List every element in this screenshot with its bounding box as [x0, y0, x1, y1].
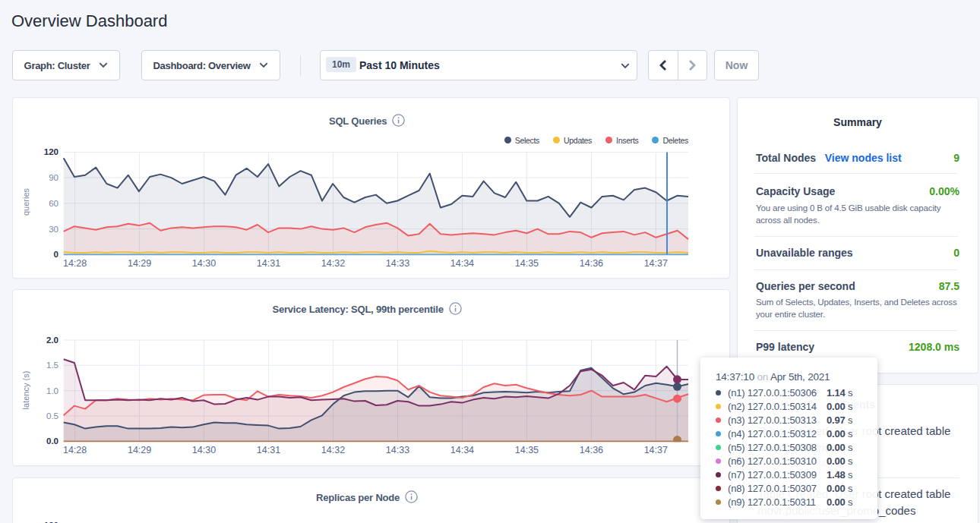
- svg-text:0: 0: [54, 250, 58, 259]
- svg-text:14:28: 14:28: [63, 445, 87, 455]
- svg-text:14:28: 14:28: [63, 258, 87, 269]
- svg-text:14:36: 14:36: [580, 445, 603, 455]
- svg-text:queries: queries: [21, 187, 30, 216]
- svg-text:14:35: 14:35: [515, 445, 539, 455]
- svg-text:14:34: 14:34: [450, 445, 474, 455]
- svg-text:14:36: 14:36: [580, 258, 603, 269]
- svg-text:90: 90: [49, 173, 58, 182]
- svg-text:14:35: 14:35: [515, 258, 539, 269]
- svg-text:latency (s): latency (s): [21, 371, 30, 410]
- svg-text:0.0: 0.0: [46, 436, 58, 446]
- svg-text:14:34: 14:34: [450, 258, 474, 269]
- svg-text:60: 60: [49, 199, 58, 208]
- svg-text:14:31: 14:31: [257, 258, 280, 269]
- svg-text:14:32: 14:32: [321, 445, 345, 455]
- svg-text:14:30: 14:30: [192, 445, 216, 455]
- svg-text:30: 30: [49, 225, 58, 234]
- svg-text:1.5: 1.5: [46, 361, 58, 370]
- svg-text:14:37: 14:37: [644, 445, 668, 455]
- svg-text:14:37: 14:37: [644, 258, 668, 269]
- svg-text:2.0: 2.0: [46, 336, 58, 345]
- svg-text:14:29: 14:29: [128, 445, 151, 455]
- svg-text:14:33: 14:33: [386, 258, 409, 269]
- svg-text:14:33: 14:33: [386, 445, 409, 455]
- svg-text:0.5: 0.5: [46, 411, 58, 421]
- svg-text:120: 120: [44, 147, 58, 156]
- svg-text:14:29: 14:29: [128, 258, 151, 269]
- svg-text:14:31: 14:31: [257, 445, 280, 455]
- svg-text:1.0: 1.0: [46, 386, 58, 395]
- svg-text:14:30: 14:30: [192, 258, 216, 269]
- svg-text:14:32: 14:32: [321, 258, 345, 269]
